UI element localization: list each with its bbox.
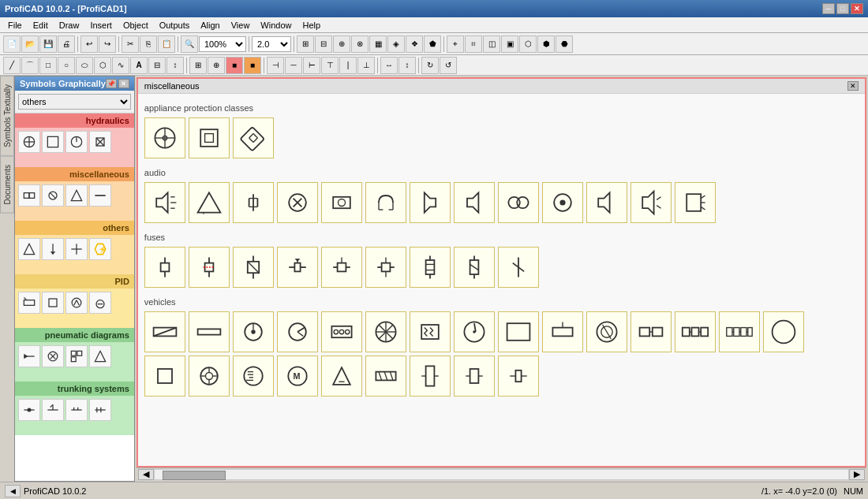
sym-apc-3[interactable] [233, 117, 274, 158]
sym-audio-9[interactable] [498, 182, 539, 223]
sym-veh-10[interactable] [542, 311, 583, 352]
sym-pneu-1[interactable] [18, 345, 40, 367]
draw-circle[interactable]: ○ [58, 57, 75, 74]
sym-fuse-8[interactable] [454, 247, 495, 288]
sym-veh-9[interactable] [498, 311, 539, 352]
snap-orange[interactable]: ■ [244, 57, 261, 74]
scroll-left-btn[interactable]: ◀ [138, 469, 154, 480]
menu-draw[interactable]: Draw [54, 20, 84, 31]
sym-pid-1[interactable] [18, 292, 40, 314]
close-button[interactable]: ✕ [851, 3, 863, 14]
sym-veh-19[interactable]: M [277, 356, 318, 397]
menu-help[interactable]: Help [297, 20, 325, 31]
minimize-button[interactable]: ─ [822, 3, 835, 14]
sym-veh-18[interactable] [233, 356, 274, 397]
sym-hyd-3[interactable] [65, 131, 88, 153]
sym-veh-21[interactable] [365, 356, 406, 397]
draw-poly[interactable]: ⬡ [94, 57, 111, 74]
tb-btn-5[interactable]: ▦ [369, 35, 387, 53]
sym-veh-8[interactable] [454, 311, 495, 352]
cut-button[interactable]: ✂ [122, 35, 139, 53]
sym-pid-4[interactable] [89, 292, 111, 314]
sym-veh-15[interactable] [763, 311, 804, 352]
copy-button[interactable]: ⎘ [140, 35, 157, 53]
print-button[interactable]: 🖨 [58, 35, 75, 53]
sym-pneu-4[interactable] [89, 345, 111, 367]
flip-v[interactable]: ↕ [398, 57, 416, 74]
sym-audio-5[interactable] [321, 182, 362, 223]
new-button[interactable]: 📄 [3, 35, 21, 53]
sym-trunk-2[interactable] [42, 399, 64, 421]
draw-ellipse[interactable]: ⬭ [76, 57, 93, 74]
horizontal-scrollbar[interactable]: ◀ ▶ [137, 467, 866, 480]
draw-line[interactable]: ╱ [3, 57, 21, 74]
menu-insert[interactable]: Insert [85, 20, 117, 31]
snap-grid[interactable]: ⊞ [189, 57, 207, 74]
align-r[interactable]: ⊢ [303, 57, 320, 74]
sym-veh-16[interactable] [144, 356, 185, 397]
tb-btn-11[interactable]: ◫ [483, 35, 500, 53]
sym-veh-13[interactable] [675, 311, 716, 352]
scroll-track-h[interactable] [154, 469, 849, 480]
tb-btn-1[interactable]: ⊞ [297, 35, 314, 53]
scroll-thumb-h[interactable] [163, 471, 226, 480]
draw-bezier[interactable]: ∿ [112, 57, 129, 74]
tab-symbols-textually[interactable]: Symbols Textually [0, 76, 14, 156]
sym-misc-1[interactable] [18, 184, 40, 207]
sym-oth-3[interactable] [65, 238, 88, 260]
sym-fuse-6[interactable] [365, 247, 406, 288]
sym-pid-2[interactable] [42, 292, 64, 314]
draw-img[interactable]: ⊟ [148, 57, 166, 74]
sym-veh-1[interactable] [144, 311, 185, 352]
sym-audio-1[interactable] [144, 182, 185, 223]
tb-btn-10[interactable]: ⌗ [465, 35, 482, 53]
sym-fuse-4[interactable] [277, 247, 318, 288]
sym-fuse-5[interactable] [321, 247, 362, 288]
align-c[interactable]: ─ [285, 57, 302, 74]
rotate-ccw[interactable]: ↺ [440, 57, 457, 74]
draw-text[interactable]: A [130, 57, 148, 74]
flip-h[interactable]: ↔ [380, 57, 398, 74]
tb-btn-13[interactable]: ⬡ [519, 35, 537, 53]
draw-arc[interactable]: ⌒ [21, 57, 39, 74]
sym-veh-17[interactable] [189, 356, 230, 397]
draw-rect[interactable]: □ [39, 57, 57, 74]
tb-btn-15[interactable]: ⬣ [556, 35, 573, 53]
sym-veh-4[interactable] [277, 311, 318, 352]
sym-trunk-1[interactable] [18, 399, 40, 421]
sym-trunk-4[interactable] [89, 399, 111, 421]
sym-veh-22[interactable] [410, 356, 451, 397]
sym-oth-1[interactable] [18, 238, 40, 260]
sym-trunk-3[interactable] [65, 399, 88, 421]
snap-pt[interactable]: ⊕ [208, 57, 225, 74]
align-l[interactable]: ⊣ [267, 57, 284, 74]
maximize-button[interactable]: □ [836, 3, 849, 14]
align-m[interactable]: | [339, 57, 357, 74]
sym-audio-6[interactable] [365, 182, 406, 223]
menu-outputs[interactable]: Outputs [155, 20, 195, 31]
misc-content[interactable]: appliance protection classes [138, 94, 865, 466]
sym-veh-6[interactable] [365, 311, 406, 352]
sym-audio-12[interactable] [630, 182, 672, 223]
sym-fuse-9[interactable] [498, 247, 539, 288]
sym-audio-3[interactable] [233, 182, 274, 223]
sym-oth-2[interactable] [42, 238, 64, 260]
sym-veh-20[interactable] [321, 356, 362, 397]
tb-btn-3[interactable]: ⊕ [333, 35, 350, 53]
sym-apc-1[interactable] [144, 117, 185, 158]
sym-pneu-3[interactable] [65, 345, 88, 367]
sym-veh-12[interactable] [630, 311, 672, 352]
sym-fuse-1[interactable] [144, 247, 185, 288]
sym-fuse-7[interactable] [410, 247, 451, 288]
tb-btn-14[interactable]: ⬢ [537, 35, 555, 53]
sym-veh-3[interactable] [233, 311, 274, 352]
tb-btn-8[interactable]: ⬟ [424, 35, 441, 53]
tb-btn-2[interactable]: ⊟ [315, 35, 332, 53]
undo-button[interactable]: ↩ [80, 35, 98, 53]
align-b[interactable]: ⊥ [357, 57, 375, 74]
misc-close-button[interactable]: ✕ [847, 81, 859, 91]
open-button[interactable]: 📂 [21, 35, 39, 53]
menu-file[interactable]: File [3, 20, 27, 31]
menu-align[interactable]: Align [196, 20, 224, 31]
align-t[interactable]: ⊤ [321, 57, 339, 74]
